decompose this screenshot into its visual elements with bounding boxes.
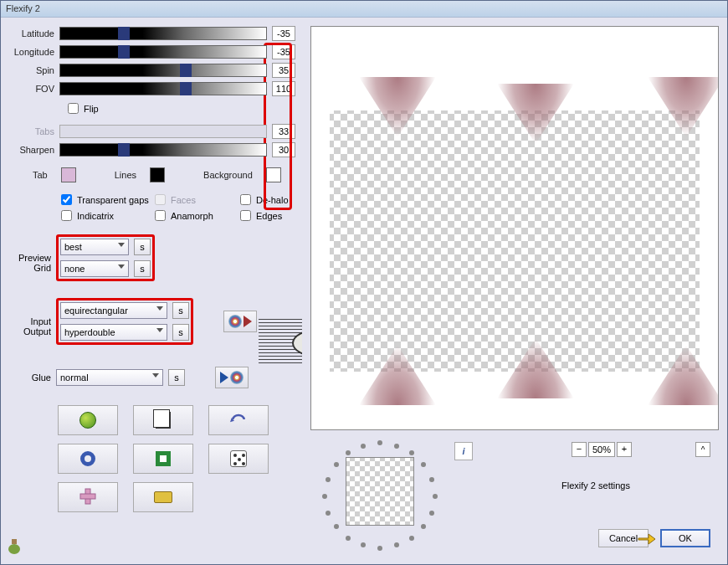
grid-combo[interactable]: none — [60, 260, 129, 277]
record-play-button[interactable] — [223, 311, 257, 332]
indicatrix-checkbox[interactable] — [61, 210, 72, 221]
sharpen-label: Sharpen — [8, 145, 54, 155]
ok-button[interactable]: OK — [660, 529, 710, 547]
flexify-window: Flexify 2 Latitude -35 Longitude -35 Spi… — [0, 0, 728, 565]
spin-slider[interactable] — [59, 64, 267, 77]
play-icon — [244, 316, 252, 327]
play-icon — [220, 372, 228, 383]
fov-label: FOV — [8, 84, 54, 94]
play-record-button[interactable] — [215, 367, 249, 388]
chevron-down-icon — [118, 265, 125, 269]
svg-point-2 — [8, 544, 20, 554]
edges-label: Edges — [256, 211, 282, 221]
longitude-label: Longitude — [8, 47, 54, 57]
cd-icon — [230, 371, 244, 384]
preview-combo-label: Preview — [8, 253, 51, 263]
preview-shape — [648, 77, 719, 137]
highlight-input-output: equirectangular s hyperdouble s — [56, 298, 193, 345]
sharpen-value[interactable]: 30 — [272, 142, 295, 157]
copy-button[interactable] — [133, 405, 193, 435]
preview-transparency — [330, 110, 700, 372]
brick-icon — [154, 491, 172, 503]
controls-panel: Latitude -35 Longitude -35 Spin 35 FOV 1… — [1, 18, 302, 564]
square-icon — [156, 451, 171, 466]
latitude-slider[interactable] — [59, 27, 267, 40]
zoom-out-button[interactable]: − — [572, 442, 587, 457]
tabs-label: Tabs — [8, 126, 54, 136]
fov-slider[interactable] — [59, 82, 267, 95]
jar-icon — [8, 537, 21, 554]
tab-color-label: Tab — [33, 170, 48, 180]
zoom-in-button[interactable]: + — [617, 442, 632, 457]
longitude-slider[interactable] — [59, 45, 267, 59]
preview-shape — [648, 345, 719, 405]
preview-panel: i − 50% + ^ Flexify 2 settings Cancel OK — [302, 18, 727, 564]
output-combo[interactable]: hyperdouble — [60, 324, 167, 341]
lines-color-swatch[interactable] — [150, 167, 165, 182]
grid-combo-label: Grid — [8, 263, 51, 273]
preview-shape — [497, 84, 574, 144]
preview-s-button[interactable]: s — [134, 239, 151, 255]
dehalo-label: De-halo — [256, 195, 289, 205]
transparent-gaps-checkbox[interactable] — [61, 194, 72, 205]
dice-button[interactable] — [208, 444, 269, 474]
thumbnail[interactable] — [346, 457, 414, 526]
svg-rect-3 — [12, 539, 17, 544]
lines-color-label: Lines — [115, 170, 136, 180]
collapse-button[interactable]: ^ — [695, 442, 710, 457]
glue-combo[interactable]: normal — [56, 369, 163, 386]
square-button[interactable] — [133, 444, 193, 474]
preview-shape — [359, 345, 436, 405]
info-button[interactable]: i — [454, 442, 473, 460]
svg-rect-1 — [80, 494, 95, 499]
chevron-down-icon — [118, 243, 125, 247]
longitude-value[interactable]: -35 — [272, 44, 295, 59]
grid-s-button[interactable]: s — [134, 260, 151, 277]
anamorph-label: Anamorph — [171, 211, 213, 221]
preview-canvas[interactable] — [310, 26, 719, 430]
copy-icon — [156, 412, 171, 429]
undo-button[interactable] — [208, 405, 269, 435]
anamorph-checkbox[interactable] — [155, 210, 166, 221]
undo-icon — [230, 413, 247, 428]
background-color-swatch[interactable] — [266, 167, 281, 182]
transparent-gaps-label: Transparent gaps — [77, 195, 149, 205]
faces-label: Faces — [171, 195, 196, 205]
preview-combo[interactable]: best — [60, 239, 129, 255]
faces-checkbox — [155, 194, 166, 205]
input-s-button[interactable]: s — [172, 302, 189, 319]
fov-value[interactable]: 110 — [272, 81, 295, 96]
plus-button[interactable] — [58, 482, 118, 512]
bottom-bar: i − 50% + ^ Flexify 2 settings Cancel OK — [310, 430, 719, 556]
background-color-label: Background — [203, 170, 253, 180]
titlebar: Flexify 2 — [1, 1, 727, 18]
tabs-value[interactable]: 33 — [272, 124, 295, 139]
flip-checkbox[interactable] — [68, 103, 79, 114]
donut-button[interactable] — [58, 444, 118, 474]
jar-button[interactable] — [8, 537, 21, 556]
sharpen-slider[interactable] — [59, 143, 267, 157]
input-combo[interactable]: equirectangular — [60, 302, 167, 319]
chevron-down-icon — [152, 373, 159, 378]
settings-title: Flexify 2 settings — [561, 480, 630, 491]
indicatrix-label: Indicatrix — [77, 211, 114, 221]
latitude-value[interactable]: -35 — [272, 26, 295, 41]
zoom-value[interactable]: 50% — [588, 442, 615, 457]
tabs-slider — [59, 125, 267, 138]
brick-button[interactable] — [133, 482, 193, 512]
preview-shape — [359, 77, 436, 137]
window-title: Flexify 2 — [6, 3, 40, 13]
glue-combo-label: Glue — [8, 372, 51, 383]
globe-button[interactable] — [58, 405, 118, 435]
edges-checkbox[interactable] — [240, 210, 251, 221]
thumbnail-ring — [317, 439, 443, 547]
cd-icon — [228, 315, 242, 328]
glue-s-button[interactable]: s — [168, 369, 185, 386]
tab-color-swatch[interactable] — [61, 167, 76, 182]
spin-value[interactable]: 35 — [272, 63, 295, 78]
latitude-label: Latitude — [8, 28, 54, 39]
pointer-hand-icon — [637, 531, 657, 546]
highlight-preview-grid: best s none s — [56, 234, 155, 281]
dehalo-checkbox[interactable] — [240, 194, 251, 205]
output-s-button[interactable]: s — [172, 324, 189, 341]
